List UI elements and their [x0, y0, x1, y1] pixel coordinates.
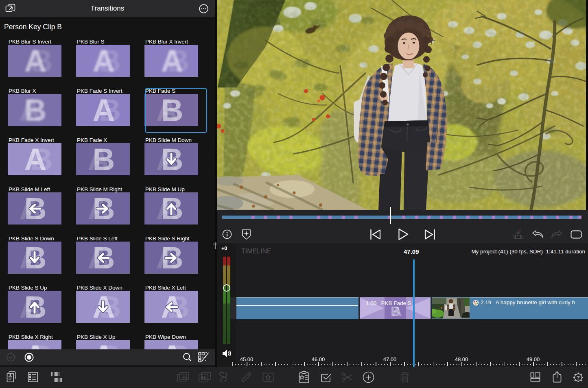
svg-text:B: B [391, 304, 400, 319]
svg-text:?: ? [577, 375, 580, 381]
svg-text:1.00 PKB Fade S: 1.00 PKB Fade S [366, 300, 411, 306]
